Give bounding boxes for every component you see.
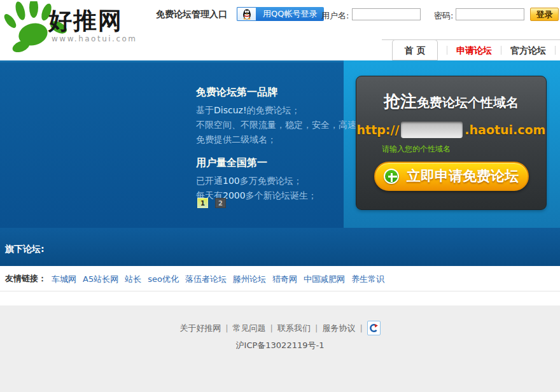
promo-title-rest: 免费论坛个性域名 [417,95,519,110]
friend-link[interactable]: 滕州论坛 [233,274,266,284]
banner-heading-2: 用户量全国第一 [196,157,365,170]
banner-pagination: 12 [197,198,226,208]
username-input[interactable] [352,8,421,20]
tab-apply-forum[interactable]: 申请论坛 [447,40,501,60]
sub-banner: 旗下论坛: [0,228,560,266]
friend-link[interactable]: 中国减肥网 [304,274,345,284]
nav-tabs: 首 页申请论坛官方论坛 [382,39,560,60]
username-label: 用户名: [321,10,349,22]
friend-links-row: 友情链接： 车城网A5站长网站长seo优化落伍者论坛滕州论坛猎奇网中国减肥网养生… [0,266,560,291]
url-suffix: .haotui.com [465,123,545,137]
qq-login-button[interactable]: 用QQ帐号登录 [237,7,324,21]
header: 好推网 www.haotui.com 免费论坛管理入口 用QQ帐号登录 [0,0,560,60]
logo-title: 好推网 [48,5,123,37]
qq-penguin-icon [237,7,256,21]
forum-manage-entry-link[interactable]: 免费论坛管理入口 [156,9,227,20]
friend-link[interactable]: A5站长网 [83,274,118,284]
site-logo[interactable]: 好推网 www.haotui.com [3,1,152,52]
footer-separator: | [315,323,318,333]
footer: 关于好推网|常见问题|联系我们|服务协议| 沪ICP备13022119号-1 [0,305,560,392]
apply-forum-button[interactable]: 立即申请免费论坛 [374,162,529,191]
login-button[interactable]: 登录 [530,8,559,21]
tab-official-forum[interactable]: 官方论坛 [501,40,555,60]
password-label: 密码: [434,10,453,22]
friend-link[interactable]: seo优化 [148,274,179,284]
site-certification-icon[interactable] [367,321,381,335]
banner-text-line: 已开通100多万免费论坛； [196,174,365,188]
domain-promo-panel: 抢注免费论坛个性域名 http:// .haotui.com 请输入您的个性域名… [356,76,547,210]
page: 好推网 www.haotui.com 免费论坛管理入口 用QQ帐号登录 [0,0,560,392]
friend-links-label: 友情链接： [5,273,46,284]
footer-separator: | [270,323,273,333]
footer-link[interactable]: 常见问题 [233,323,266,334]
promo-title-strong: 抢注 [384,92,417,111]
sub-banner-label: 旗下论坛: [5,244,45,254]
banner-text-line: 基于Discuz!的免费论坛； [196,103,365,118]
banner-lines-1: 基于Discuz!的免费论坛；不限空间、不限流量，稳定，安全，高速；免费提供二级… [196,103,365,147]
footer-link[interactable]: 联系我们 [277,323,311,334]
url-prefix: http:// [357,123,400,137]
apply-forum-button-label: 立即申请免费论坛 [407,167,519,186]
footer-links: 关于好推网|常见问题|联系我们|服务协议| [179,321,381,335]
banner-text-line: 不限空间、不限流量，稳定，安全，高速； [196,118,365,132]
promo-title: 抢注免费论坛个性域名 [356,90,546,113]
pagination-dot-1[interactable]: 1 [197,198,208,208]
logo-url: www.haotui.com [52,34,137,43]
footer-link[interactable]: 关于好推网 [179,323,221,334]
plus-icon [384,169,399,184]
domain-hint: 请输入您的个性域名 [382,144,546,155]
password-input[interactable] [456,8,524,20]
icp-number: 沪ICP备13022119号-1 [0,340,560,351]
banner-slide-text: 免费论坛第一品牌 基于Discuz!的免费论坛；不限空间、不限流量，稳定，安全，… [196,86,365,203]
friend-link[interactable]: 车城网 [52,274,76,284]
domain-name-input[interactable] [401,122,463,138]
tab-separator [555,46,556,55]
friend-link[interactable]: 落伍者论坛 [185,274,227,284]
white-gap [0,291,560,305]
friend-link[interactable]: 养生常识 [351,274,384,284]
footer-separator: | [360,323,362,333]
friend-links-list: 车城网A5站长网站长seo优化落伍者论坛滕州论坛猎奇网中国减肥网养生常识 [52,272,391,285]
qq-login-label: 用QQ帐号登录 [256,7,324,21]
footer-link[interactable]: 服务协议 [322,323,355,334]
banner-heading-1: 免费论坛第一品牌 [196,86,365,99]
pagination-dot-2[interactable]: 2 [215,198,226,208]
footer-separator: | [225,323,228,333]
main-banner: 免费论坛第一品牌 基于Discuz!的免费论坛；不限空间、不限流量，稳定，安全，… [0,60,560,228]
domain-row: http:// .haotui.com [356,122,546,138]
friend-link[interactable]: 站长 [125,274,141,284]
banner-text-line: 免费提供二级域名； [196,132,365,147]
friend-link[interactable]: 猎奇网 [272,274,297,284]
tab-home[interactable]: 首 页 [392,39,438,60]
